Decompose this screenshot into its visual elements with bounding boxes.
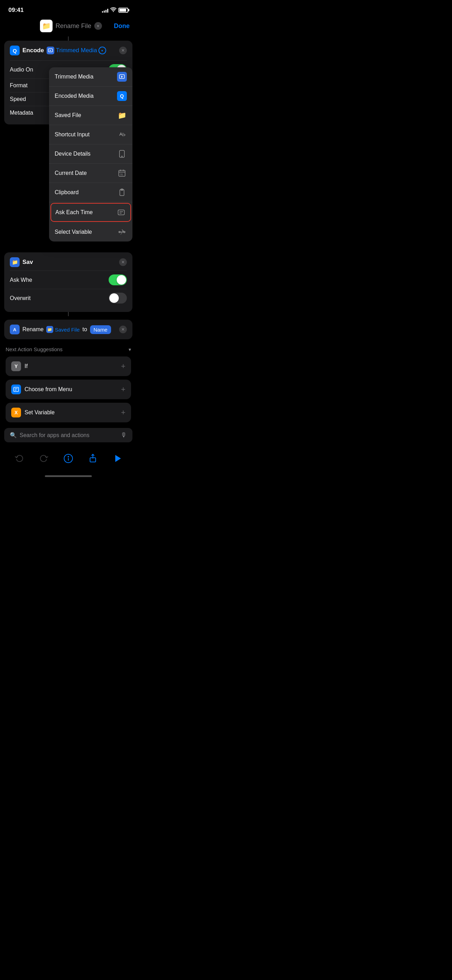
nav-title-text: Rename File: [56, 22, 91, 30]
next-actions-title: Next Action Suggestions: [6, 346, 63, 352]
encode-header: Q Encode Trimmed Media ▾ ✕: [10, 46, 127, 56]
device-details-icon: [117, 149, 127, 159]
dropdown-saved-file-label: Saved File: [55, 112, 81, 118]
variable-chevron-icon[interactable]: ▾: [99, 47, 106, 54]
done-button[interactable]: Done: [114, 22, 130, 30]
dropdown-select-variable-label: Select Variable: [55, 229, 92, 235]
svg-text:31: 31: [120, 173, 123, 176]
status-icons: [102, 7, 128, 13]
variable-text: Trimmed Media: [56, 47, 97, 54]
rename-action-label: Rename: [22, 326, 43, 332]
connector-line: [68, 37, 69, 41]
shortcut-input-icon: [117, 130, 127, 140]
dropdown-item-encoded-media[interactable]: Encoded Media Q: [49, 87, 132, 106]
dropdown-item-trimmed-media[interactable]: Trimmed Media: [49, 67, 132, 87]
encode-close-button[interactable]: ✕: [119, 47, 127, 54]
current-date-icon: 31: [117, 168, 127, 178]
name-chip[interactable]: Name: [90, 325, 111, 334]
clipboard-icon: [117, 188, 127, 197]
folder-icon: 📁: [40, 20, 53, 32]
choose-menu-add-button[interactable]: +: [121, 385, 126, 394]
if-add-button[interactable]: +: [121, 362, 126, 371]
next-actions-chevron-icon[interactable]: ▾: [129, 347, 131, 352]
ask-where-toggle[interactable]: [108, 274, 127, 285]
svg-point-23: [68, 457, 69, 457]
home-indicator: [45, 475, 92, 477]
search-placeholder: Search for apps and actions: [20, 432, 118, 439]
signal-icon: [102, 8, 108, 13]
dropdown-item-shortcut-input[interactable]: Shortcut Input: [49, 125, 132, 145]
rename-block: A Rename 📁 Saved File to Name ✕: [4, 320, 132, 339]
ask-where-label: Ask Whe: [10, 277, 32, 283]
main-content: Q Encode Trimmed Media ▾ ✕ Audio On: [0, 41, 137, 422]
save-close-button[interactable]: ✕: [119, 258, 127, 266]
saved-file-icon: 📁: [117, 110, 127, 120]
svg-marker-25: [115, 455, 121, 462]
bottom-toolbar: [0, 446, 137, 473]
suggestion-item-set-variable[interactable]: X Set Variable +: [6, 403, 131, 422]
overwrite-label: Overwrit: [10, 295, 31, 301]
suggestion-item-choose-menu[interactable]: Choose from Menu +: [6, 380, 131, 399]
encoded-media-icon: Q: [117, 91, 127, 101]
search-icon: 🔍: [10, 432, 17, 439]
set-variable-add-button[interactable]: +: [121, 408, 126, 417]
dropdown-current-date-label: Current Date: [55, 170, 87, 176]
svg-marker-3: [121, 76, 123, 78]
wifi-icon: [110, 7, 116, 13]
status-bar: 09:41: [0, 0, 137, 17]
save-header: 📁 Sav ✕: [10, 257, 127, 267]
play-button[interactable]: [110, 452, 124, 466]
dropdown-item-saved-file[interactable]: Saved File 📁: [49, 106, 132, 125]
dropdown-item-select-variable[interactable]: Select Variable: [49, 223, 132, 242]
dropdown-item-clipboard[interactable]: Clipboard: [49, 183, 132, 202]
dropdown-item-device-details[interactable]: Device Details: [49, 145, 132, 164]
if-icon: Y: [11, 361, 21, 371]
rename-icon: A: [10, 325, 20, 334]
overwrite-toggle[interactable]: [108, 293, 127, 304]
rename-variable-1[interactable]: 📁 Saved File: [46, 326, 80, 333]
saved-file-chip-text: Saved File: [55, 327, 80, 332]
if-label: If: [24, 363, 28, 369]
svg-rect-13: [118, 210, 124, 215]
dropdown-shortcut-input-label: Shortcut Input: [55, 131, 90, 138]
set-variable-label: Set Variable: [24, 409, 55, 416]
dropdown-ask-each-time-label: Ask Each Time: [56, 209, 93, 216]
dropdown-item-current-date[interactable]: Current Date 31: [49, 164, 132, 183]
search-section: 🔍 Search for apps and actions 🎙: [0, 428, 137, 442]
choose-menu-icon: [11, 385, 21, 394]
nav-bar: 📁 Rename File ▾ Done: [0, 17, 137, 37]
info-button[interactable]: [61, 452, 75, 466]
format-label: Format: [10, 83, 28, 89]
choose-menu-label: Choose from Menu: [24, 386, 72, 393]
select-variable-icon: [117, 227, 127, 237]
save-row-overwrite: Overwrit: [10, 289, 127, 307]
next-actions-header: Next Action Suggestions ▾: [6, 346, 131, 352]
rename-close-button[interactable]: ✕: [119, 326, 127, 333]
status-time: 09:41: [8, 7, 24, 14]
audio-on-label: Audio On: [10, 67, 33, 73]
encode-icon: Q: [10, 46, 20, 56]
redo-button[interactable]: [37, 452, 51, 466]
nav-chevron-icon[interactable]: ▾: [94, 22, 102, 30]
undo-button[interactable]: [12, 452, 26, 466]
rename-to-label: to: [82, 326, 87, 332]
save-label: Sav: [22, 259, 33, 266]
next-actions-section: Next Action Suggestions ▾ Y If +: [4, 346, 132, 422]
dropdown-item-ask-each-time[interactable]: Ask Each Time: [51, 203, 131, 222]
nav-title[interactable]: 📁 Rename File ▾: [40, 20, 102, 32]
dropdown-trimmed-media-label: Trimmed Media: [55, 73, 94, 80]
dropdown-encoded-media-label: Encoded Media: [55, 93, 94, 99]
svg-marker-1: [50, 50, 51, 51]
suggestion-item-if[interactable]: Y If +: [6, 356, 131, 376]
mic-icon[interactable]: 🎙: [121, 431, 127, 439]
share-button[interactable]: [86, 452, 100, 466]
saved-file-chip-icon: 📁: [46, 326, 53, 333]
set-variable-icon: X: [11, 407, 21, 417]
search-bar[interactable]: 🔍 Search for apps and actions 🎙: [4, 428, 132, 442]
encode-variable[interactable]: Trimmed Media ▾: [46, 47, 106, 54]
trimmed-media-icon: [117, 72, 127, 82]
connector-line-2: [68, 312, 69, 316]
svg-rect-18: [14, 387, 19, 391]
battery-icon: [118, 8, 128, 13]
dropdown-device-details-label: Device Details: [55, 151, 91, 157]
